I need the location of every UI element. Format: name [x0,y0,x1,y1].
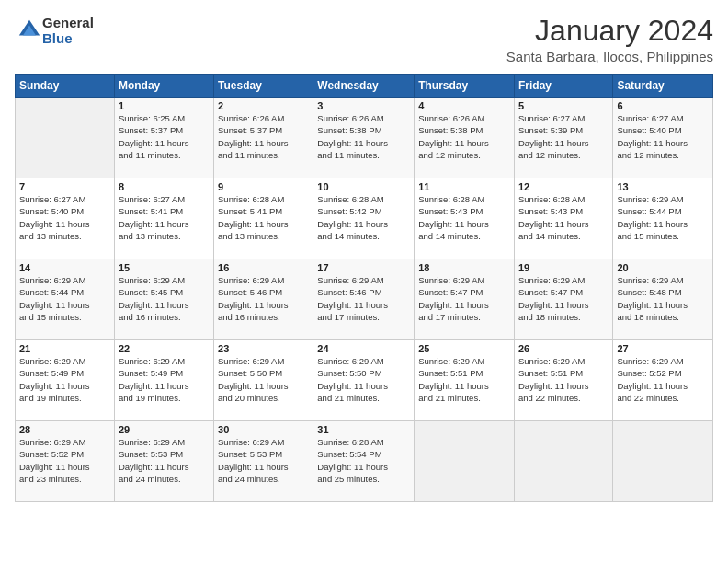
day-info: Sunrise: 6:27 AM Sunset: 5:40 PM Dayligh… [19,193,110,242]
day-number: 10 [317,181,410,192]
day-number: 13 [617,181,709,192]
calendar-cell: 16Sunrise: 6:29 AM Sunset: 5:46 PM Dayli… [214,259,313,340]
day-number: 28 [19,424,110,435]
day-info: Sunrise: 6:29 AM Sunset: 5:48 PM Dayligh… [617,274,709,323]
col-header-sunday: Sunday [16,75,115,98]
col-header-tuesday: Tuesday [214,75,313,98]
day-number: 27 [617,343,709,354]
calendar-cell: 23Sunrise: 6:29 AM Sunset: 5:50 PM Dayli… [214,340,313,421]
calendar-cell: 3Sunrise: 6:26 AM Sunset: 5:38 PM Daylig… [313,98,415,178]
calendar-cell: 20Sunrise: 6:29 AM Sunset: 5:48 PM Dayli… [613,259,713,340]
calendar-cell: 29Sunrise: 6:29 AM Sunset: 5:53 PM Dayli… [114,421,213,502]
calendar-cell: 26Sunrise: 6:29 AM Sunset: 5:51 PM Dayli… [514,340,612,421]
calendar-cell: 22Sunrise: 6:29 AM Sunset: 5:49 PM Dayli… [114,340,213,421]
col-header-wednesday: Wednesday [313,75,415,98]
day-number: 2 [218,100,309,111]
day-number: 1 [119,100,210,111]
day-number: 30 [218,424,309,435]
day-number: 21 [19,343,110,354]
day-info: Sunrise: 6:28 AM Sunset: 5:43 PM Dayligh… [418,193,510,242]
week-row-1: 7Sunrise: 6:27 AM Sunset: 5:40 PM Daylig… [16,178,713,259]
day-info: Sunrise: 6:29 AM Sunset: 5:49 PM Dayligh… [119,355,210,404]
calendar-cell: 1Sunrise: 6:25 AM Sunset: 5:37 PM Daylig… [114,98,213,178]
day-info: Sunrise: 6:25 AM Sunset: 5:37 PM Dayligh… [119,112,210,161]
calendar-cell: 13Sunrise: 6:29 AM Sunset: 5:44 PM Dayli… [613,178,713,259]
day-number: 12 [518,181,609,192]
day-info: Sunrise: 6:29 AM Sunset: 5:52 PM Dayligh… [617,355,709,404]
day-number: 11 [418,181,510,192]
month-year: January 2024 [506,15,713,47]
day-info: Sunrise: 6:27 AM Sunset: 5:39 PM Dayligh… [518,112,609,161]
day-number: 20 [617,262,709,273]
calendar-cell [514,421,612,502]
day-info: Sunrise: 6:29 AM Sunset: 5:49 PM Dayligh… [19,355,110,404]
col-header-thursday: Thursday [415,75,515,98]
calendar-cell: 24Sunrise: 6:29 AM Sunset: 5:50 PM Dayli… [313,340,415,421]
calendar-cell: 18Sunrise: 6:29 AM Sunset: 5:47 PM Dayli… [415,259,515,340]
day-info: Sunrise: 6:29 AM Sunset: 5:45 PM Dayligh… [119,274,210,323]
calendar-cell: 6Sunrise: 6:27 AM Sunset: 5:40 PM Daylig… [613,98,713,178]
day-number: 7 [19,181,110,192]
day-number: 24 [317,343,410,354]
day-info: Sunrise: 6:29 AM Sunset: 5:44 PM Dayligh… [19,274,110,323]
day-number: 9 [218,181,309,192]
calendar-cell: 17Sunrise: 6:29 AM Sunset: 5:46 PM Dayli… [313,259,415,340]
day-number: 8 [119,181,210,192]
col-header-saturday: Saturday [613,75,713,98]
day-number: 29 [119,424,210,435]
day-number: 6 [617,100,709,111]
page: General Blue January 2024 Santa Barbara,… [0,0,728,563]
day-number: 14 [19,262,110,273]
calendar-cell: 25Sunrise: 6:29 AM Sunset: 5:51 PM Dayli… [415,340,515,421]
day-info: Sunrise: 6:26 AM Sunset: 5:38 PM Dayligh… [317,112,410,161]
calendar-cell: 4Sunrise: 6:26 AM Sunset: 5:38 PM Daylig… [415,98,515,178]
title-block: January 2024 Santa Barbara, Ilocos, Phil… [506,15,713,64]
day-info: Sunrise: 6:28 AM Sunset: 5:42 PM Dayligh… [317,193,410,242]
calendar-cell: 31Sunrise: 6:28 AM Sunset: 5:54 PM Dayli… [313,421,415,502]
day-number: 31 [317,424,410,435]
day-number: 26 [518,343,609,354]
calendar-cell: 14Sunrise: 6:29 AM Sunset: 5:44 PM Dayli… [16,259,115,340]
calendar-cell: 15Sunrise: 6:29 AM Sunset: 5:45 PM Dayli… [114,259,213,340]
location: Santa Barbara, Ilocos, Philippines [506,49,713,64]
calendar-cell: 12Sunrise: 6:28 AM Sunset: 5:43 PM Dayli… [514,178,612,259]
col-header-friday: Friday [514,75,612,98]
calendar-cell: 11Sunrise: 6:28 AM Sunset: 5:43 PM Dayli… [415,178,515,259]
calendar-cell: 5Sunrise: 6:27 AM Sunset: 5:39 PM Daylig… [514,98,612,178]
calendar-cell [415,421,515,502]
day-info: Sunrise: 6:29 AM Sunset: 5:46 PM Dayligh… [317,274,410,323]
day-info: Sunrise: 6:26 AM Sunset: 5:37 PM Dayligh… [218,112,309,161]
week-row-4: 28Sunrise: 6:29 AM Sunset: 5:52 PM Dayli… [16,421,713,502]
day-info: Sunrise: 6:28 AM Sunset: 5:41 PM Dayligh… [218,193,309,242]
day-number: 15 [119,262,210,273]
day-info: Sunrise: 6:29 AM Sunset: 5:51 PM Dayligh… [418,355,510,404]
calendar-cell: 19Sunrise: 6:29 AM Sunset: 5:47 PM Dayli… [514,259,612,340]
calendar-cell: 2Sunrise: 6:26 AM Sunset: 5:37 PM Daylig… [214,98,313,178]
day-info: Sunrise: 6:29 AM Sunset: 5:46 PM Dayligh… [218,274,309,323]
calendar-cell: 9Sunrise: 6:28 AM Sunset: 5:41 PM Daylig… [214,178,313,259]
day-info: Sunrise: 6:29 AM Sunset: 5:47 PM Dayligh… [518,274,609,323]
calendar-cell: 8Sunrise: 6:27 AM Sunset: 5:41 PM Daylig… [114,178,213,259]
calendar-table: SundayMondayTuesdayWednesdayThursdayFrid… [15,74,713,502]
header: General Blue January 2024 Santa Barbara,… [15,15,713,64]
day-info: Sunrise: 6:29 AM Sunset: 5:53 PM Dayligh… [119,436,210,485]
week-row-0: 1Sunrise: 6:25 AM Sunset: 5:37 PM Daylig… [16,98,713,178]
day-info: Sunrise: 6:26 AM Sunset: 5:38 PM Dayligh… [418,112,510,161]
day-info: Sunrise: 6:28 AM Sunset: 5:43 PM Dayligh… [518,193,609,242]
day-info: Sunrise: 6:29 AM Sunset: 5:53 PM Dayligh… [218,436,309,485]
day-number: 16 [218,262,309,273]
day-info: Sunrise: 6:27 AM Sunset: 5:41 PM Dayligh… [119,193,210,242]
calendar-cell: 27Sunrise: 6:29 AM Sunset: 5:52 PM Dayli… [613,340,713,421]
day-number: 5 [518,100,609,111]
day-number: 25 [418,343,510,354]
day-info: Sunrise: 6:29 AM Sunset: 5:52 PM Dayligh… [19,436,110,485]
day-info: Sunrise: 6:29 AM Sunset: 5:44 PM Dayligh… [617,193,709,242]
day-number: 19 [518,262,609,273]
calendar-cell [613,421,713,502]
calendar-cell: 10Sunrise: 6:28 AM Sunset: 5:42 PM Dayli… [313,178,415,259]
day-info: Sunrise: 6:27 AM Sunset: 5:40 PM Dayligh… [617,112,709,161]
calendar-cell: 21Sunrise: 6:29 AM Sunset: 5:49 PM Dayli… [16,340,115,421]
day-number: 3 [317,100,410,111]
week-row-2: 14Sunrise: 6:29 AM Sunset: 5:44 PM Dayli… [16,259,713,340]
calendar-cell: 30Sunrise: 6:29 AM Sunset: 5:53 PM Dayli… [214,421,313,502]
